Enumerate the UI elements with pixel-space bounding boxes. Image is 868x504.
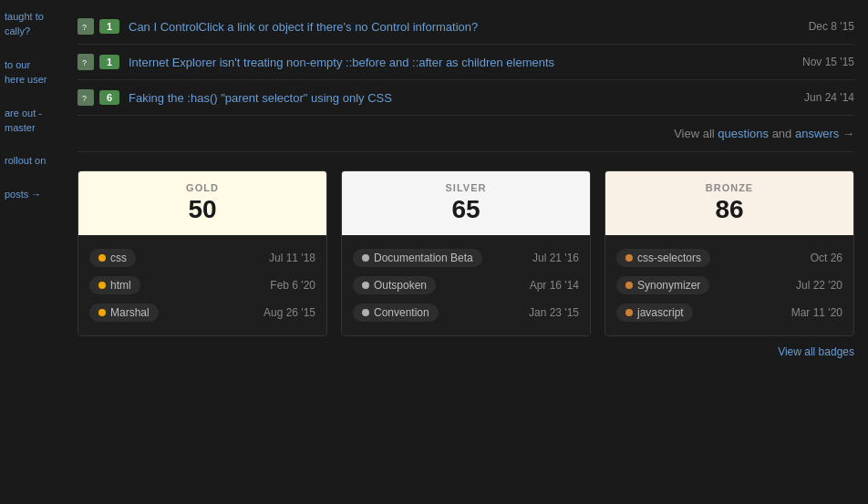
question-title[interactable]: Can I ControlClick a link or object if t… [129,20,795,34]
sidebar-link-2[interactable]: to our here user [5,59,46,85]
badge-pill-javascript[interactable]: javascript [616,303,693,322]
question-icon: ? [78,89,94,106]
badge-label-convention: Convention [374,306,429,319]
question-mark-icon: ? [81,93,90,102]
question-title[interactable]: Internet Explorer isn't treating non-emp… [129,56,789,69]
question-mark-icon: ? [81,57,90,67]
silver-dot-icon [362,282,369,289]
badge-pill-convention[interactable]: Convention [353,303,439,322]
badge-label-html: html [110,279,131,292]
question-date: Dec 8 '15 [809,20,854,33]
svg-text:?: ? [82,23,87,31]
sidebar-link-3[interactable]: are out - master [5,108,42,133]
gold-dot-icon [98,309,106,316]
bronze-badge-type: BRONZE [619,182,840,193]
bronze-dot-icon [625,254,633,262]
badge-item-row: Documentation Beta Jul 21 '16 [353,244,579,272]
bronze-badge-header: BRONZE 86 [605,171,853,235]
view-all-badges-label: View all badges [778,345,854,358]
gold-badge-header: GOLD 50 [78,171,326,235]
questions-list: ? 1 Can I ControlClick a link or object … [78,9,854,116]
badge-item-row: javascript Mar 11 '20 [616,299,842,326]
badge-item-row: Marshal Aug 26 '15 [89,299,315,326]
question-row: ? 6 Faking the :has() "parent selector" … [78,80,854,116]
badge-date-docbeta: Jul 21 '16 [532,252,579,264]
badge-pill-docbeta[interactable]: Documentation Beta [353,249,482,267]
silver-dot-icon [362,309,369,316]
answer-count: 1 [99,19,119,34]
badge-item-row: css Jul 11 '18 [89,244,315,272]
bronze-dot-icon [625,309,633,316]
sidebar: taught to cally? to our here user are ou… [0,0,55,504]
badges-section: GOLD 50 css Jul 11 '18 html Feb 6 '20 [78,170,854,336]
bronze-badge-card: BRONZE 86 css-selectors Oct 26 Synonymiz… [604,170,854,336]
main-content: ? 1 Can I ControlClick a link or object … [64,0,868,372]
badge-item-row: Outspoken Apr 16 '14 [353,272,579,299]
view-all-badges-link[interactable]: View all badges [78,336,854,363]
gold-badge-type: GOLD [92,182,313,193]
question-date: Nov 15 '15 [802,56,854,68]
view-all-arrow: → [842,127,854,140]
question-title[interactable]: Faking the :has() "parent selector" usin… [129,91,790,105]
question-mark-icon: ? [81,22,90,31]
badge-pill-css-selectors[interactable]: css-selectors [616,249,710,267]
silver-badge-count: 65 [356,195,576,224]
badge-pill-html[interactable]: html [89,276,140,294]
badge-date-javascript: Mar 11 '20 [791,306,842,319]
silver-dot-icon [362,254,369,262]
question-icon: ? [78,18,94,35]
badge-label-javascript: javascript [637,306,684,319]
badge-date-convention: Jan 23 '15 [529,306,579,319]
view-all-answers-link[interactable]: answers [795,127,839,140]
badge-pill-synonymizer[interactable]: Synonymizer [616,276,709,294]
bronze-badge-count: 86 [619,195,840,224]
question-date: Jun 24 '14 [804,91,854,104]
gold-badge-card: GOLD 50 css Jul 11 '18 html Feb 6 '20 [78,170,327,336]
answer-count: 6 [99,90,119,105]
badge-item-row: Synonymizer Jul 22 '20 [616,272,842,299]
badge-item-row: html Feb 6 '20 [89,272,315,299]
silver-badge-items: Documentation Beta Jul 21 '16 Outspoken … [342,235,590,335]
badge-date-outspoken: Apr 16 '14 [530,279,579,292]
question-icon: ? [78,54,94,70]
silver-badge-type: SILVER [356,182,576,193]
badge-label-css: css [110,252,127,264]
bronze-badge-items: css-selectors Oct 26 Synonymizer Jul 22 … [605,235,853,335]
badge-pill-css[interactable]: css [89,249,136,267]
badge-label-css-selectors: css-selectors [637,252,701,264]
badge-label-outspoken: Outspoken [374,279,427,292]
sidebar-link-4[interactable]: rollout on [5,155,46,166]
silver-badge-card: SILVER 65 Documentation Beta Jul 21 '16 … [341,170,591,336]
answer-count: 1 [99,55,119,69]
badge-date-marshal: Aug 26 '15 [264,306,315,319]
gold-badge-items: css Jul 11 '18 html Feb 6 '20 Marshal [78,235,326,335]
gold-dot-icon [98,254,106,262]
badge-label-docbeta: Documentation Beta [374,252,473,264]
view-all-prefix: View all [674,127,718,140]
view-all-row: View all questions and answers → [78,116,854,152]
badge-date-css: Jul 11 '18 [269,252,315,264]
svg-text:?: ? [82,58,87,67]
badge-label-synonymizer: Synonymizer [637,279,700,292]
badge-pill-outspoken[interactable]: Outspoken [353,276,436,294]
badge-date-html: Feb 6 '20 [270,279,315,292]
question-row: ? 1 Can I ControlClick a link or object … [78,9,854,45]
badge-item-row: css-selectors Oct 26 [616,244,842,272]
badge-pill-marshal[interactable]: Marshal [89,303,159,322]
badge-date-synonymizer: Jul 22 '20 [796,279,842,292]
question-row: ? 1 Internet Explorer isn't treating non… [78,45,854,80]
view-all-separator: and [772,127,795,140]
view-all-questions-link[interactable]: questions [718,127,769,140]
gold-dot-icon [98,282,106,289]
sidebar-link-5[interactable]: posts → [5,189,41,200]
svg-text:?: ? [82,94,87,102]
silver-badge-header: SILVER 65 [342,171,590,235]
badge-item-row: Convention Jan 23 '15 [353,299,579,326]
badge-label-marshal: Marshal [110,306,150,319]
badge-date-css-selectors: Oct 26 [811,252,842,264]
gold-badge-count: 50 [92,195,313,224]
sidebar-link-1[interactable]: taught to cally? [5,11,44,36]
bronze-dot-icon [625,282,633,289]
